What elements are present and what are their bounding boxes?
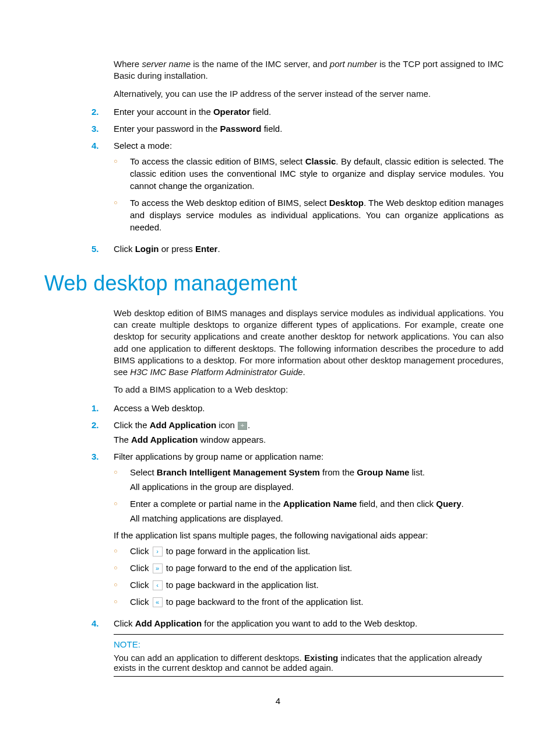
page-last-icon: »	[153, 564, 163, 573]
wd-step-1: 1. Access a Web desktop.	[92, 402, 504, 414]
top-steps-continuation: Where server name is the name of the IMC…	[114, 58, 504, 100]
note-title: NOTE:	[114, 639, 504, 649]
pagination-aids: ○ Click › to page forward in the applica…	[114, 545, 504, 608]
add-application-icon: +	[238, 422, 247, 430]
bullet-icon: ○	[114, 562, 130, 574]
filter-options: ○ Select Branch Intelligent Management S…	[114, 466, 504, 524]
page-number: 4	[0, 696, 556, 706]
note-body: You can add an application to different …	[114, 653, 504, 673]
step-3: 3. Enter your password in the Password f…	[92, 123, 504, 135]
bullet-icon: ○	[114, 466, 130, 493]
wd-lead: To add a BIMS application to a Web deskt…	[114, 384, 504, 396]
bullet-icon: ○	[114, 498, 130, 524]
step-2: 2. Enter your account in the Operator fi…	[92, 106, 504, 118]
wd-step-3: 3. Filter applications by group name or …	[92, 450, 504, 612]
page: Where server name is the name of the IMC…	[0, 0, 556, 756]
wd-step-4: 4. Click Add Application for the applica…	[92, 617, 504, 629]
pagination-lead: If the application list spans multiple p…	[114, 529, 504, 541]
note-wrapper: NOTE: You can add an application to diff…	[114, 634, 504, 677]
page-first-icon: «	[153, 597, 163, 607]
alt-paragraph: Alternatively, you can use the IP addres…	[114, 88, 504, 100]
web-desktop-intro: Web desktop edition of BIMS manages and …	[114, 307, 504, 396]
note-box: NOTE: You can add an application to diff…	[114, 634, 504, 677]
web-desktop-steps: 1. Access a Web desktop. 2. Click the Ad…	[92, 402, 504, 629]
step-5: 5. Click Login or press Enter.	[92, 243, 504, 255]
bullet-icon: ○	[114, 197, 130, 233]
mode-options: ○ To access the classic edition of BIMS,…	[114, 155, 504, 233]
wd-intro: Web desktop edition of BIMS manages and …	[114, 307, 504, 379]
where-paragraph: Where server name is the name of the IMC…	[114, 58, 504, 82]
bullet-icon: ○	[114, 155, 130, 192]
section-heading: Web desktop management	[44, 271, 504, 296]
page-prev-icon: ‹	[153, 580, 163, 590]
bullet-icon: ○	[114, 596, 130, 608]
step-4: 4. Select a mode: ○ To access the classi…	[92, 139, 504, 238]
login-steps: 2. Enter your account in the Operator fi…	[92, 106, 504, 255]
bullet-icon: ○	[114, 579, 130, 591]
page-next-icon: ›	[153, 547, 163, 556]
bullet-icon: ○	[114, 545, 130, 557]
wd-step-2: 2. Click the Add Application icon +. The…	[92, 419, 504, 446]
